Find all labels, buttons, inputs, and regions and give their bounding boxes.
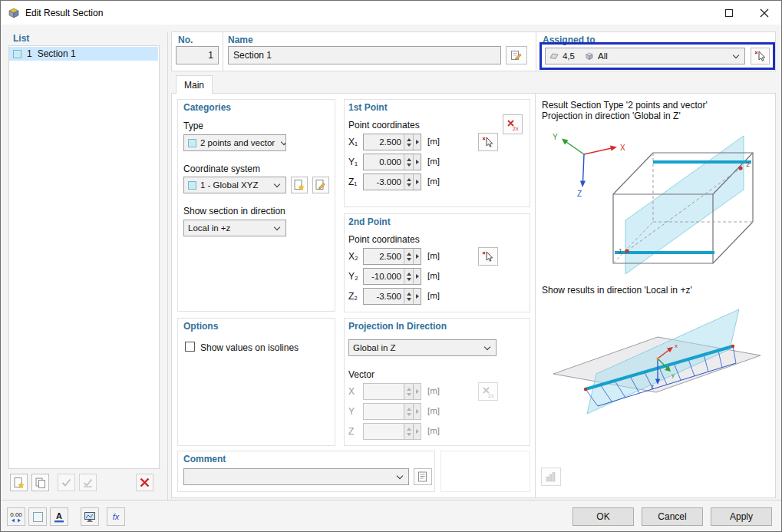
projection-select[interactable]: Global in Z: [348, 339, 497, 356]
delete-x-icon: [139, 477, 150, 488]
ok-button[interactable]: OK: [572, 507, 634, 526]
z2-expand-arrow[interactable]: [413, 289, 421, 304]
y2-field[interactable]: -10.000: [363, 268, 421, 285]
ok-label: OK: [596, 511, 609, 522]
name-label: Name: [228, 35, 253, 45]
delete-section-button[interactable]: [136, 474, 153, 491]
x1-expand-arrow[interactable]: [413, 134, 421, 150]
surfaces-icon: [549, 51, 559, 61]
x2-input[interactable]: 2.500: [364, 249, 404, 264]
chevron-down-icon: [732, 51, 738, 58]
select-two-points-button[interactable]: 2x: [503, 114, 523, 134]
copy-section-button[interactable]: [31, 474, 49, 491]
list-label: List: [13, 33, 29, 44]
vector-z-label: Z: [348, 426, 354, 437]
options-title: Options: [183, 321, 218, 332]
section-color-icon: [13, 50, 21, 58]
axis-y2-label: y: [671, 372, 675, 378]
check-all-button[interactable]: [58, 474, 75, 491]
categories-title: Categories: [183, 102, 231, 113]
z2-input[interactable]: -3.500: [364, 289, 404, 304]
z1-spinner[interactable]: [404, 174, 413, 190]
vector-y-spinner: [404, 404, 413, 419]
x2-expand-arrow[interactable]: [413, 249, 421, 264]
preview-line-2: Projection in direction 'Global in Z': [542, 111, 681, 121]
edit-coordinate-system-button[interactable]: [312, 177, 329, 193]
y2-spinner[interactable]: [404, 269, 413, 284]
x1-input[interactable]: 2.500: [364, 134, 404, 150]
z2-label: Z₂: [348, 291, 358, 302]
z2-unit: [m]: [427, 291, 440, 300]
tab-main[interactable]: Main: [176, 75, 213, 94]
x1-spinner[interactable]: [404, 134, 413, 150]
z1-input[interactable]: -3.000: [364, 174, 404, 190]
vector-x-unit: [m]: [427, 386, 440, 395]
comment-input[interactable]: [183, 468, 409, 485]
color-square-icon: [33, 512, 43, 522]
graphic-settings-button[interactable]: [541, 468, 561, 486]
axis-z2-label: z: [651, 383, 654, 390]
uncheck-all-button[interactable]: [79, 474, 97, 491]
z2-field[interactable]: -3.500: [363, 288, 421, 305]
type-select[interactable]: 2 points and vector: [183, 134, 286, 151]
z1-field[interactable]: -3.000: [363, 173, 421, 190]
x1-field[interactable]: 2.500: [363, 134, 421, 150]
list-item-name: Section 1: [38, 48, 76, 59]
new-section-button[interactable]: [10, 474, 28, 491]
coordinate-system-select[interactable]: 1 - Global XYZ: [183, 177, 286, 193]
decimal-places-button[interactable]: 0.00: [7, 507, 25, 526]
vector-z-expand-arrow: [413, 424, 421, 439]
new-coordinate-system-button[interactable]: [291, 177, 308, 193]
maximize-button[interactable]: [711, 1, 747, 25]
list-item-section-1[interactable]: 1 Section 1: [9, 47, 158, 61]
show-values-label: Show values on isolines: [200, 342, 299, 353]
vector-x-field: [363, 383, 421, 400]
comment-templates-button[interactable]: [414, 468, 432, 485]
apply-button[interactable]: Apply: [711, 507, 772, 526]
display-properties-button[interactable]: [28, 507, 47, 526]
header-divider-1: [223, 32, 223, 71]
sections-list[interactable]: [8, 45, 160, 469]
point1-select-in-graphic-button[interactable]: [478, 133, 498, 151]
decimal-places-label: 0.00: [10, 511, 22, 518]
axis-x-label: X: [620, 144, 625, 152]
projection-title: Projection In Direction: [348, 321, 447, 332]
close-button[interactable]: [747, 1, 782, 25]
x2-spinner[interactable]: [404, 249, 413, 264]
axis-z-label: Z: [577, 190, 582, 198]
vector-y-field: [363, 403, 421, 420]
y1-expand-arrow[interactable]: [413, 154, 421, 170]
show-direction-select[interactable]: Local in +z: [183, 220, 286, 236]
direction-preview-graphic: x y z: [543, 297, 771, 461]
second-point-coords-label: Point coordinates: [348, 234, 420, 245]
comment-title: Comment: [183, 454, 226, 464]
new-sheet-icon: [13, 477, 25, 489]
formula-button[interactable]: fx: [107, 507, 125, 526]
y1-input[interactable]: 0.000: [364, 154, 404, 170]
z1-expand-arrow[interactable]: [413, 174, 421, 190]
chevron-down-icon: [280, 138, 286, 144]
cancel-button[interactable]: Cancel: [642, 507, 703, 526]
graphic-window-button[interactable]: [81, 507, 99, 526]
y1-field[interactable]: 0.000: [363, 154, 421, 170]
assigned-select-in-graphic-button[interactable]: [751, 48, 770, 64]
show-direction-label: Show section in direction: [183, 206, 285, 216]
second-point-title: 2nd Point: [348, 216, 391, 227]
assigned-to-select[interactable]: 4,5 All: [545, 48, 745, 64]
maximize-icon: [725, 9, 733, 17]
x2-field[interactable]: 2.500: [363, 248, 421, 265]
y1-spinner[interactable]: [404, 154, 413, 170]
name-input[interactable]: Section 1: [228, 46, 501, 64]
point2-select-in-graphic-button[interactable]: [478, 247, 498, 266]
show-values-checkbox[interactable]: [185, 342, 195, 352]
y2-expand-arrow[interactable]: [413, 269, 421, 284]
section-type-preview-graphic: X Y Z 1 2: [543, 122, 771, 280]
list-divider: [167, 31, 168, 500]
font-button[interactable]: A: [50, 507, 68, 526]
z2-spinner[interactable]: [404, 289, 413, 304]
two-x-label: 2x: [488, 393, 494, 398]
y2-input[interactable]: -10.000: [364, 269, 404, 284]
assigned-surfaces: 4,5: [563, 51, 575, 61]
edit-name-button[interactable]: [506, 46, 527, 64]
edit-result-section-dialog: Edit Result Section List 1 Section 1: [0, 0, 782, 532]
